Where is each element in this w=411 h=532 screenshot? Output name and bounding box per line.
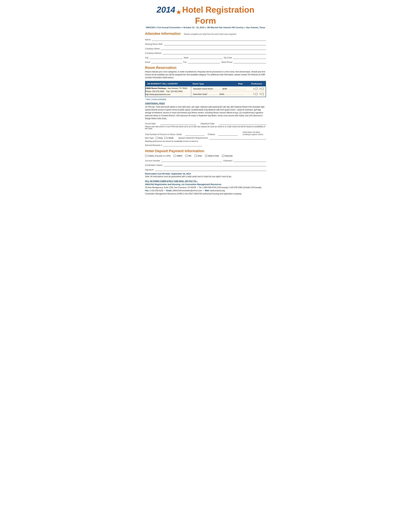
- check-checkbox[interactable]: [145, 155, 147, 157]
- email-label: Email: [145, 61, 150, 63]
- hotel-city-state: San Antonio, TX 78261: [168, 87, 187, 89]
- arrival-departure-row: Arrival Date Departure Date: [145, 122, 266, 125]
- hotel-fax: Fax: 210-403-3452: [166, 90, 182, 93]
- name-input[interactable]: [152, 38, 266, 41]
- departure-label: Departure Date: [201, 123, 214, 125]
- room-reservation-section: Room Reservation Please indicate your ro…: [145, 66, 266, 100]
- attendee-subtitle: Please complete one hotel form for each …: [184, 33, 236, 35]
- cardholder-label: Cardholder's Name: [145, 164, 162, 166]
- amex-checkbox[interactable]: [174, 155, 176, 157]
- page-header: 2014 ★ Hotel Registration Form SMACNA's …: [145, 5, 266, 29]
- convention-dates: October 12 - 15, 2014: [183, 27, 204, 29]
- cutoff-section: Reservation Cut-Off Date: September 19, …: [145, 172, 266, 178]
- two-beds-option: 2 Beds: [164, 137, 173, 139]
- deposit-section: Hotel Deposit Payment Information Check …: [145, 149, 266, 171]
- rate-header: Rate: [233, 81, 248, 86]
- work-phone-input[interactable]: [234, 60, 266, 63]
- king-option: King: [156, 137, 163, 139]
- standard-pref-boxes: 1 2: [253, 88, 264, 90]
- mail-web: www.smacna.org: [210, 190, 225, 192]
- limited-availability-note: * Note: Limited availability: [145, 98, 266, 100]
- email-label-bold: Email:: [166, 190, 172, 192]
- sharing-label: Sharing Room With: [145, 43, 162, 45]
- hotel-name-header: JW MARRIOTT HILL COUNTRY: [145, 81, 191, 86]
- expiration-label: Expiration: [223, 160, 233, 162]
- convention-venue: JW Marriott San Antonio Hill Country: [207, 27, 243, 29]
- discover-checkbox[interactable]: [222, 155, 224, 157]
- hotel-address: 23808 Resort Parkway: [145, 87, 166, 89]
- cutoff-title: Reservation Cut-Off Date: September 19, …: [145, 172, 266, 175]
- additional-fees-text: 16.75% tax. Third and fourth adults in r…: [145, 105, 266, 120]
- expiration-input[interactable]: [234, 159, 266, 162]
- diners-checkbox[interactable]: [205, 155, 207, 157]
- two-beds-checkbox[interactable]: [164, 137, 167, 139]
- city-input[interactable]: [150, 56, 183, 59]
- persons-label: Total Number of Persons in Room: Adults: [145, 133, 182, 136]
- arrival-label: Arrival Date: [145, 123, 156, 125]
- executive-pref1-checkbox[interactable]: [255, 93, 257, 95]
- cutoff-note: Note: All reservations must be guarantee…: [145, 175, 266, 178]
- marriott-input[interactable]: [163, 143, 202, 146]
- form-title: Hotel Registration Form: [182, 5, 254, 25]
- king-checkbox[interactable]: [156, 137, 158, 139]
- mail-to-section: FILL IN FORM COMPLETELY AND MAIL OR FAX …: [145, 180, 266, 195]
- check-label: Check: [148, 155, 154, 157]
- adults-input[interactable]: [185, 133, 205, 136]
- visa-option: VISA: [194, 155, 202, 157]
- mail-tel: Tel: 1-800-336-9704 (US/Canada) 1-415-97…: [199, 186, 262, 189]
- company-name-row: Company Name: [145, 47, 266, 50]
- mc-option: MC: [185, 155, 191, 157]
- mc-checkbox[interactable]: [185, 155, 187, 157]
- executive-pref-boxes: 1 2: [253, 93, 264, 95]
- zip-label: Zip Code: [224, 57, 232, 59]
- bedding-note: Bedding preferences are based on availab…: [145, 140, 266, 142]
- standard-pref2-checkbox[interactable]: [262, 88, 264, 90]
- zip-input[interactable]: [233, 56, 266, 59]
- web-label-bold: Web:: [205, 190, 210, 192]
- executive-suite-row: Executive Suite* .............$440 .....…: [191, 91, 266, 97]
- signature-row: Signature: [145, 168, 266, 171]
- email-fax-phone-row: Email Fax Work Phone: [145, 60, 266, 63]
- cardholder-input[interactable]: [164, 163, 266, 166]
- departure-input[interactable]: [219, 122, 266, 125]
- state-input[interactable]: [190, 56, 223, 59]
- special-input[interactable]: [209, 137, 266, 139]
- room-reservation-desc: Please indicate your room categories, in…: [145, 70, 266, 79]
- special-label: Special Hotel/ADA Requirements: [178, 137, 208, 139]
- company-address-row: Company Address: [145, 51, 266, 54]
- convention-name: SMACNA's 71st Annual Convention: [146, 27, 181, 29]
- attendee-section-title: Attendee Information: [145, 32, 181, 36]
- star-icon: ★: [176, 9, 182, 16]
- children-label: Children: [208, 133, 215, 136]
- city-label: City: [145, 57, 149, 59]
- hotel-website: http://www.jwsanantonio.com: [145, 93, 191, 96]
- bullet3: ••: [244, 27, 245, 29]
- company-address-input[interactable]: [163, 51, 266, 54]
- fill-title: FILL IN FORM COMPLETELY AND MAIL OR FAX …: [145, 180, 266, 182]
- discover-option: Discover: [222, 155, 233, 157]
- check-sublabel: (Payable to CMR): [155, 155, 170, 157]
- children-input[interactable]: [218, 133, 238, 136]
- hotel-phone-fax: Phone: 210-276-2500 Fax: 210-403-3452: [145, 90, 191, 93]
- standard-room-row: Standard Guest Room ..........$299 .....…: [191, 86, 266, 91]
- mc-label: MC: [188, 155, 191, 157]
- executive-pref2-checkbox[interactable]: [262, 93, 264, 95]
- signature-input[interactable]: [155, 168, 266, 171]
- account-input[interactable]: [161, 159, 222, 162]
- visa-checkbox[interactable]: [195, 155, 197, 157]
- bed-type-label: Bed Type:: [145, 137, 154, 139]
- standard-pref1-checkbox[interactable]: [255, 88, 257, 90]
- deposit-title: Hotel Deposit Payment Information: [145, 149, 266, 153]
- year-text: 2014: [157, 5, 175, 14]
- email-input[interactable]: [151, 60, 182, 63]
- room-reservation-title: Room Reservation: [145, 66, 266, 70]
- arrival-input[interactable]: [160, 122, 196, 125]
- hotel-phone: Phone: 210-276-2500: [145, 90, 164, 93]
- company-name-input[interactable]: [161, 47, 266, 50]
- signature-label: Signature: [145, 169, 154, 171]
- fax-input[interactable]: [188, 60, 220, 63]
- marriott-label: Marriott Rewards #: [145, 144, 162, 146]
- account-label: Account Number: [145, 160, 160, 162]
- mail-fax: 1-415-253-5232: [149, 190, 163, 192]
- sharing-input[interactable]: [164, 42, 266, 45]
